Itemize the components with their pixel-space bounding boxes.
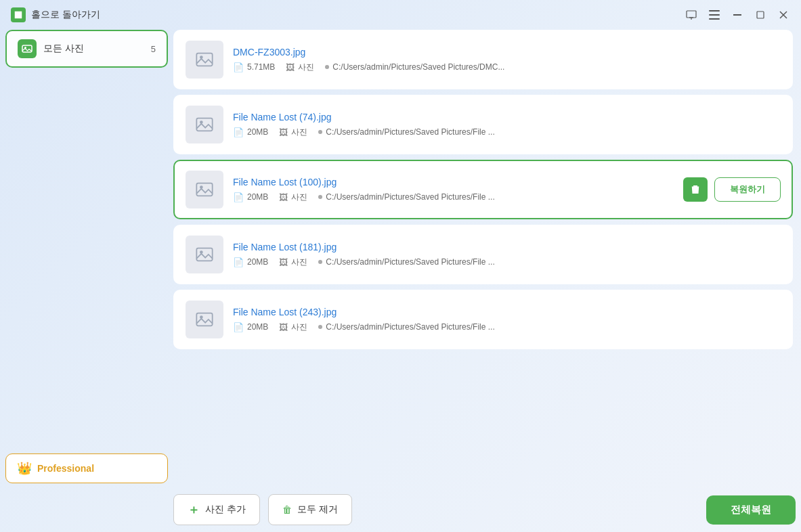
file-type-icon: 🖼 <box>279 127 288 137</box>
titlebar: 홀으로 돌아가기 <box>0 0 801 30</box>
titlebar-controls <box>685 8 790 22</box>
file-info: File Name Lost (100).jpg 📄 20MB 🖼 사진 C:/… <box>233 177 674 203</box>
file-path-value: C:/Users/admin/Pictures/Saved Pictures/F… <box>326 192 494 202</box>
svg-rect-14 <box>196 118 212 131</box>
file-type-icon: 🖼 <box>286 62 295 72</box>
file-type-value: 사진 <box>291 257 307 268</box>
file-card[interactable]: File Name Lost (181).jpg 📄 20MB 🖼 사진 C:/… <box>173 225 793 284</box>
file-thumbnail <box>186 301 223 338</box>
file-info: File Name Lost (74).jpg 📄 20MB 🖼 사진 C:/U… <box>233 112 781 138</box>
file-thumbnail <box>186 106 223 143</box>
file-path-value: C:/Users/admin/Pictures/Saved Pictures/F… <box>326 322 494 332</box>
crown-icon: 👑 <box>17 461 32 476</box>
minimize-button[interactable] <box>731 8 744 22</box>
meta-type: 🖼 사진 <box>279 192 307 203</box>
monitor-button[interactable] <box>685 8 698 22</box>
file-path-value: C:/Users/admin/Pictures/Saved Pictures/F… <box>326 257 494 267</box>
file-card[interactable]: File Name Lost (243).jpg 📄 20MB 🖼 사진 C:/… <box>173 290 793 349</box>
file-card[interactable]: DMC-FZ3003.jpg 📄 5.71MB 🖼 사진 C:/Users/ad… <box>173 30 793 89</box>
delete-button[interactable] <box>683 177 708 202</box>
file-size-icon: 📄 <box>233 257 244 267</box>
file-name: File Name Lost (181).jpg <box>233 242 781 252</box>
file-type-value: 사진 <box>298 62 314 73</box>
maximize-button[interactable] <box>754 8 767 22</box>
plus-icon: ＋ <box>188 502 200 518</box>
file-size-icon: 📄 <box>233 62 244 72</box>
restore-button[interactable]: 복원하기 <box>714 177 781 202</box>
file-size-value: 20MB <box>247 192 268 202</box>
file-thumbnail <box>186 236 223 273</box>
svg-rect-5 <box>709 18 720 20</box>
dot-separator <box>318 130 322 134</box>
file-meta: 📄 20MB 🖼 사진 C:/Users/admin/Pictures/Save… <box>233 192 674 203</box>
file-name: File Name Lost (74).jpg <box>233 112 781 123</box>
svg-rect-20 <box>196 313 212 326</box>
meta-size: 📄 20MB <box>233 322 268 332</box>
file-name: File Name Lost (100).jpg <box>233 177 674 187</box>
dot-separator <box>318 260 322 264</box>
add-photo-label: 사진 추가 <box>205 504 246 516</box>
meta-size: 📄 20MB <box>233 192 268 202</box>
professional-button[interactable]: 👑 Professional <box>5 453 168 483</box>
restore-all-button[interactable]: 전체복원 <box>706 495 796 525</box>
file-type-icon: 🖼 <box>279 257 288 267</box>
file-thumbnail <box>186 41 223 79</box>
file-size-value: 20MB <box>247 127 268 137</box>
file-path-value: C:/Users/admin/Pictures/Saved Pictures/F… <box>326 127 494 137</box>
remove-all-button[interactable]: 🗑 모두 제거 <box>268 494 352 525</box>
file-size-value: 20MB <box>247 257 268 267</box>
titlebar-title: 홀으로 돌아가기 <box>31 9 100 21</box>
file-meta: 📄 20MB 🖼 사진 C:/Users/admin/Pictures/Save… <box>233 257 781 268</box>
meta-size: 📄 20MB <box>233 127 268 137</box>
file-type-value: 사진 <box>291 192 307 203</box>
file-size-icon: 📄 <box>233 192 244 202</box>
meta-type: 🖼 사진 <box>279 257 307 268</box>
titlebar-left: 홀으로 돌아가기 <box>11 7 100 22</box>
menu-button[interactable] <box>708 8 721 22</box>
svg-rect-0 <box>687 11 696 18</box>
sidebar-item-all-photos[interactable]: 모든 사진 5 <box>5 30 168 68</box>
meta-size: 📄 20MB <box>233 257 268 267</box>
file-name: DMC-FZ3003.jpg <box>233 47 781 58</box>
svg-rect-12 <box>196 53 212 66</box>
svg-rect-6 <box>733 14 741 16</box>
file-thumbnail <box>186 171 223 208</box>
file-card[interactable]: File Name Lost (74).jpg 📄 20MB 🖼 사진 C:/U… <box>173 95 793 154</box>
meta-path: C:/Users/admin/Pictures/Saved Pictures/F… <box>318 192 494 202</box>
svg-rect-10 <box>22 45 32 52</box>
file-size-icon: 📄 <box>233 322 244 332</box>
sidebar-spacer <box>5 73 168 448</box>
file-type-icon: 🖼 <box>279 322 288 332</box>
add-photo-button[interactable]: ＋ 사진 추가 <box>173 494 260 525</box>
meta-type: 🖼 사진 <box>279 127 307 138</box>
professional-label: Professional <box>37 463 94 474</box>
sidebar-item-count: 5 <box>151 44 156 54</box>
meta-path: C:/Users/admin/Pictures/Saved Pictures/F… <box>318 127 494 137</box>
svg-rect-4 <box>709 14 720 16</box>
file-size-icon: 📄 <box>233 127 244 137</box>
main-layout: 모든 사진 5 👑 Professional DMC-FZ3003.jpg 📄 … <box>0 30 801 489</box>
file-name: File Name Lost (243).jpg <box>233 307 781 317</box>
trash-icon: 🗑 <box>282 504 292 515</box>
svg-rect-16 <box>196 183 212 196</box>
file-meta: 📄 5.71MB 🖼 사진 C:/Users/admin/Pictures/Sa… <box>233 62 781 73</box>
app-icon <box>11 7 26 22</box>
close-button[interactable] <box>777 8 790 22</box>
meta-size: 📄 5.71MB <box>233 62 275 72</box>
sidebar: 모든 사진 5 👑 Professional <box>5 30 168 483</box>
file-actions: 복원하기 <box>683 177 781 202</box>
file-size-value: 5.71MB <box>247 62 275 72</box>
sidebar-item-label: 모든 사진 <box>43 43 144 55</box>
meta-path: C:/Users/admin/Pictures/Saved Pictures/F… <box>318 257 494 267</box>
bottom-actions-left: ＋ 사진 추가 🗑 모두 제거 <box>173 494 352 525</box>
file-card-selected[interactable]: File Name Lost (100).jpg 📄 20MB 🖼 사진 C:/… <box>173 160 793 219</box>
file-info: DMC-FZ3003.jpg 📄 5.71MB 🖼 사진 C:/Users/ad… <box>233 47 781 73</box>
meta-type: 🖼 사진 <box>286 62 314 73</box>
file-info: File Name Lost (181).jpg 📄 20MB 🖼 사진 C:/… <box>233 242 781 268</box>
photos-icon <box>18 39 37 58</box>
file-type-value: 사진 <box>291 322 307 333</box>
file-meta: 📄 20MB 🖼 사진 C:/Users/admin/Pictures/Save… <box>233 127 781 138</box>
file-type-value: 사진 <box>291 127 307 138</box>
dot-separator <box>318 325 322 329</box>
meta-path: C:/Users/admin/Pictures/Saved Pictures/F… <box>318 322 494 332</box>
